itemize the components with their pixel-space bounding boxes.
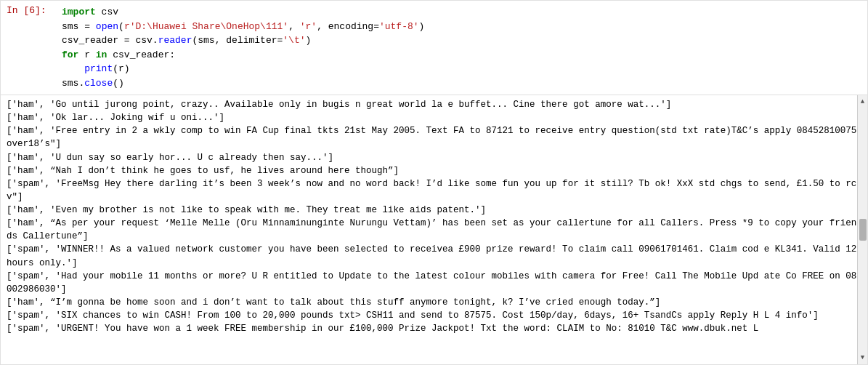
code-cell: In [6]: import csv sms = open(r'D:\Huawe…: [0, 0, 868, 95]
code-line-3: csv_reader = csv.reader(sms, delimiter='…: [62, 33, 864, 48]
output-line-10: ['spam', 'Had your mobile 11 months or m…: [7, 270, 857, 296]
output-line-9: ['spam', 'WINNER!! As a valued network c…: [7, 243, 857, 269]
scrollbar[interactable]: ▲ ▼: [857, 95, 867, 364]
output-line-5: ['ham', “Nah I don’t think he goes to us…: [7, 164, 857, 177]
output-line-13: ['spam', 'URGENT! You have won a 1 week …: [7, 322, 857, 335]
code-line-6: sms.close(): [62, 76, 864, 91]
output-line-7: ['ham', 'Even my brother is not like to …: [7, 204, 857, 217]
code-line-2: sms = open(r'D:\Huawei Share\OneHop\111'…: [62, 20, 864, 34]
output-line-8: ['ham', “As per your request ‘Melle Mell…: [7, 217, 857, 243]
output-line-3: ['ham', 'Free entry in 2 a wkly comp to …: [7, 124, 857, 151]
code-line-1: import csv: [62, 5, 864, 20]
output-line-2: ['ham', 'Ok lar... Joking wif u oni...']: [7, 111, 857, 124]
output-content: ['ham', 'Go until jurong point, crazy.. …: [1, 95, 857, 364]
output-cell: ['ham', 'Go until jurong point, crazy.. …: [0, 95, 868, 365]
scroll-down-arrow[interactable]: ▼: [859, 353, 867, 363]
output-line-1: ['ham', 'Go until jurong point, crazy.. …: [7, 98, 857, 111]
code-content: import csv sms = open(r'D:\Huawei Share\…: [59, 4, 867, 92]
output-line-4: ['ham', 'U dun say so early hor... U c a…: [7, 151, 857, 164]
scroll-thumb[interactable]: [859, 219, 867, 241]
output-line-11: ['ham', “I’m gonna be home soon and i do…: [7, 296, 857, 309]
code-line-4: for r in csv_reader:: [62, 48, 864, 63]
code-line-5: print(r): [62, 62, 864, 76]
output-line-6: ['spam', 'FreeMsg Hey there darling it’s…: [7, 177, 857, 204]
scroll-up-arrow[interactable]: ▲: [859, 97, 867, 107]
cell-label: In [6]:: [1, 4, 59, 92]
output-line-12: ['spam', 'SIX chances to win CASH! From …: [7, 309, 857, 322]
